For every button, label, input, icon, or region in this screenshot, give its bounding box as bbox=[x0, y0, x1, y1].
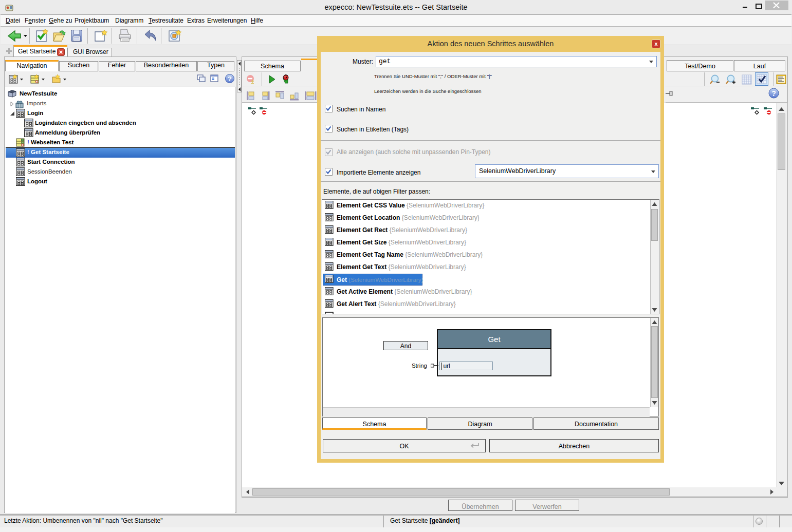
svg-text:?: ? bbox=[228, 75, 232, 83]
svg-text:?: ? bbox=[771, 89, 776, 98]
